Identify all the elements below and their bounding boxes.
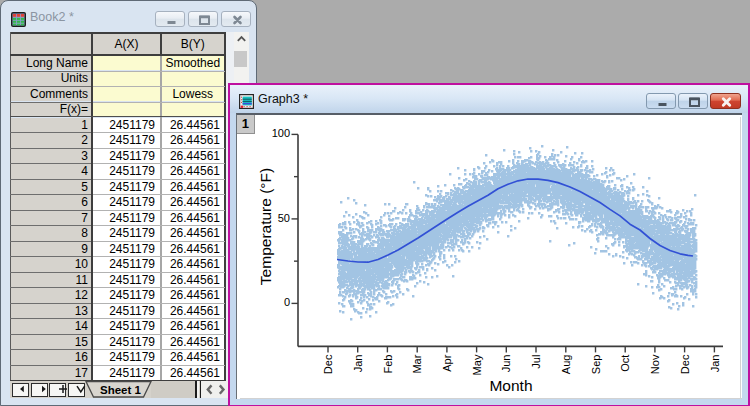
svg-text:Month: Month (489, 377, 532, 394)
svg-text:Feb: Feb (382, 355, 394, 374)
svg-text:Jun: Jun (501, 355, 513, 373)
svg-text:Jan: Jan (709, 355, 721, 373)
svg-text:Temperature (°F): Temperature (°F) (257, 168, 274, 285)
svg-text:Dec: Dec (679, 354, 691, 374)
svg-text:Mar: Mar (411, 354, 423, 373)
svg-text:Apr: Apr (441, 354, 453, 371)
svg-text:Jul: Jul (530, 355, 542, 369)
svg-text:0: 0 (284, 296, 290, 308)
svg-text:Jan: Jan (352, 355, 364, 373)
svg-text:Sheet 1: Sheet 1 (100, 384, 142, 396)
svg-text:May: May (471, 354, 483, 375)
svg-text:Oct: Oct (619, 355, 631, 372)
svg-text:Aug: Aug (560, 355, 572, 375)
svg-text:Sep: Sep (590, 355, 602, 375)
svg-text:100: 100 (272, 127, 290, 139)
svg-text:Dec: Dec (322, 354, 334, 374)
svg-text:50: 50 (278, 212, 290, 224)
svg-text:Nov: Nov (649, 354, 661, 374)
